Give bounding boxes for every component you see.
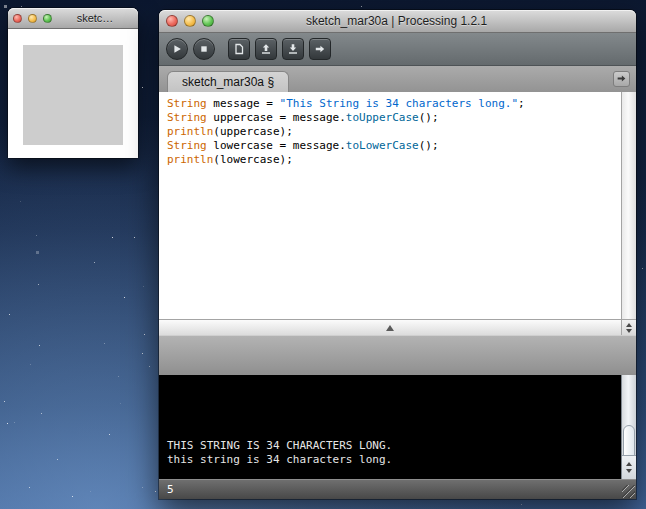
console-line: THIS STRING IS 34 CHARACTERS LONG. (167, 439, 621, 453)
open-icon (260, 43, 272, 55)
scroll-up-icon (626, 462, 632, 466)
ide-window-title: sketch_mar30a | Processing 1.2.1 (219, 14, 574, 28)
editor-vertical-scrollbar[interactable] (621, 92, 636, 319)
scroll-down-icon (626, 329, 632, 333)
toolbar (159, 33, 636, 66)
editor-horizontal-scrollbar[interactable] (159, 319, 621, 335)
code-line: String lowercase = message.toLowerCase()… (167, 139, 621, 153)
scroll-up-icon (626, 323, 632, 327)
desktop: sketc… sketch_mar30a | Processing 1.2.1 (0, 0, 646, 509)
ide-titlebar[interactable]: sketch_mar30a | Processing 1.2.1 (159, 10, 636, 33)
console-scrollbar-arrows[interactable] (622, 455, 636, 479)
zoom-button[interactable] (43, 14, 52, 23)
tab-bar: sketch_mar30a § (159, 66, 636, 92)
arrow-right-icon (616, 70, 627, 88)
new-button[interactable] (228, 38, 250, 60)
zoom-button[interactable] (202, 15, 214, 27)
code-editor[interactable]: String message = "This String is 34 char… (159, 92, 621, 319)
code-line: println(uppercase); (167, 125, 621, 139)
editor-scrollbar-row (159, 319, 636, 335)
divider-handle-icon[interactable] (386, 325, 394, 331)
window-controls (166, 15, 214, 27)
sketch-canvas (23, 45, 123, 145)
save-button[interactable] (282, 38, 304, 60)
code-line: println(lowercase); (167, 153, 621, 167)
scrollbar-arrows[interactable] (621, 319, 636, 335)
processing-ide-window: sketch_mar30a | Processing 1.2.1 (159, 10, 636, 499)
scroll-down-icon (626, 469, 632, 473)
editor-area: String message = "This String is 34 char… (159, 92, 636, 319)
run-button[interactable] (166, 38, 188, 60)
export-button[interactable] (309, 38, 331, 60)
code-line: String message = "This String is 34 char… (167, 97, 621, 111)
console-area: THIS STRING IS 34 CHARACTERS LONG.this s… (159, 375, 636, 479)
code-line: String uppercase = message.toUpperCase()… (167, 111, 621, 125)
minimize-button[interactable] (28, 14, 37, 23)
close-button[interactable] (166, 15, 178, 27)
starfield-background (0, 0, 1, 1)
minimize-button[interactable] (184, 15, 196, 27)
tab-label: sketch_mar30a § (182, 75, 274, 89)
line-number: 5 (167, 483, 174, 496)
resize-grip[interactable] (622, 485, 635, 498)
export-icon (314, 43, 326, 55)
sketch-window-titlebar[interactable]: sketc… (8, 8, 138, 29)
tab-menu-button[interactable] (613, 71, 630, 87)
close-button[interactable] (13, 14, 22, 23)
save-icon (287, 43, 299, 55)
console: THIS STRING IS 34 CHARACTERS LONG.this s… (159, 375, 621, 479)
status-bar: 5 (159, 479, 636, 499)
sketch-window-title: sketc… (57, 12, 133, 24)
open-button[interactable] (255, 38, 277, 60)
sketch-output-window: sketc… (8, 8, 138, 158)
message-area (159, 335, 636, 375)
tab-sketch-mar30a[interactable]: sketch_mar30a § (167, 71, 289, 92)
stop-button[interactable] (193, 38, 215, 60)
new-sketch-icon (233, 43, 245, 55)
code-lines: String message = "This String is 34 char… (167, 97, 621, 167)
console-scrollbar[interactable] (621, 375, 636, 479)
console-lines: THIS STRING IS 34 CHARACTERS LONG.this s… (167, 439, 621, 467)
console-line: this string is 34 characters long. (167, 453, 621, 467)
window-controls (13, 14, 52, 23)
sketch-window-content (8, 29, 138, 158)
play-icon (171, 43, 183, 55)
stop-icon (198, 43, 210, 55)
